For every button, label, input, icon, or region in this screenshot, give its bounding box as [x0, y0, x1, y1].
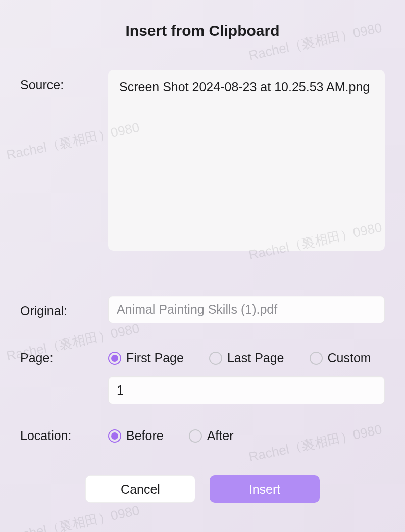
radio-after[interactable]: After — [189, 428, 234, 443]
button-row: Cancel Insert — [20, 475, 385, 503]
radio-icon — [209, 352, 222, 365]
dialog-title: Insert from Clipboard — [20, 22, 385, 39]
insert-dialog: Insert from Clipboard Source: Screen Sho… — [0, 0, 405, 518]
page-row: Page: First Page Last Page Custom 1 — [20, 343, 385, 404]
radio-label-after: After — [207, 428, 234, 443]
divider — [20, 271, 385, 271]
cancel-button-label: Cancel — [121, 482, 160, 497]
original-label: Original: — [20, 296, 108, 318]
cancel-button[interactable]: Cancel — [85, 475, 195, 503]
location-label: Location: — [20, 420, 108, 443]
insert-button[interactable]: Insert — [210, 475, 320, 503]
radio-icon — [108, 429, 121, 443]
radio-icon — [189, 429, 202, 443]
insert-button-label: Insert — [249, 482, 281, 497]
radio-before[interactable]: Before — [108, 428, 164, 443]
original-filename: Animal Painting Skills (1).pdf — [117, 302, 277, 316]
source-row: Source: Screen Shot 2024-08-23 at 10.25.… — [20, 70, 385, 251]
location-row: Location: Before After — [20, 420, 385, 443]
location-radio-group: Before After — [108, 420, 385, 443]
radio-icon — [310, 352, 323, 365]
radio-label-first: First Page — [126, 351, 184, 365]
radio-label-before: Before — [126, 428, 164, 443]
original-field[interactable]: Animal Painting Skills (1).pdf — [108, 296, 385, 323]
source-filename: Screen Shot 2024-08-23 at 10.25.53 AM.pn… — [119, 80, 370, 94]
original-row: Original: Animal Painting Skills (1).pdf — [20, 296, 385, 323]
page-number-field[interactable]: 1 — [108, 376, 385, 404]
radio-label-custom: Custom — [328, 351, 371, 365]
page-number-value: 1 — [117, 383, 124, 397]
source-box[interactable]: Screen Shot 2024-08-23 at 10.25.53 AM.pn… — [108, 70, 385, 251]
radio-custom-page[interactable]: Custom — [310, 351, 371, 365]
radio-last-page[interactable]: Last Page — [209, 351, 284, 365]
page-label: Page: — [20, 343, 108, 365]
source-label: Source: — [20, 70, 108, 92]
radio-label-last: Last Page — [227, 351, 284, 365]
radio-icon — [108, 352, 121, 365]
page-radio-group: First Page Last Page Custom — [108, 343, 385, 365]
radio-first-page[interactable]: First Page — [108, 351, 184, 365]
